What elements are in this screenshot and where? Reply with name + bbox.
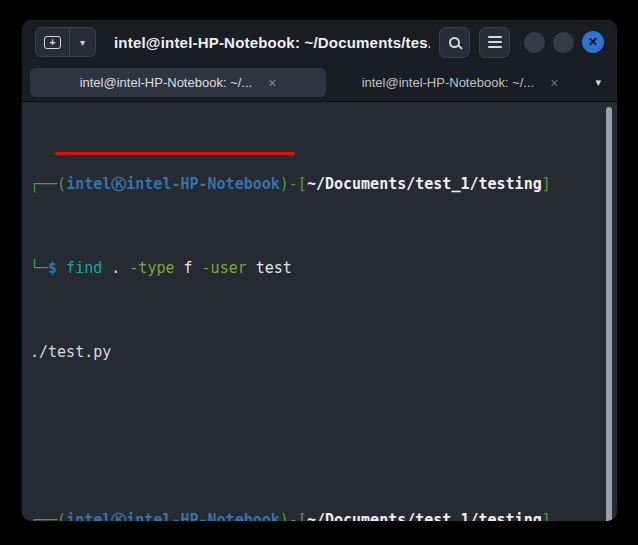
- option-type: -type: [129, 259, 174, 277]
- search-button[interactable]: [439, 27, 470, 58]
- cwd-path: ~/Documents/test_1/testing: [307, 175, 542, 193]
- new-tab-split-button: + ▾: [35, 27, 96, 57]
- titlebar: + ▾ intel@intel-HP-Notebook: ~/Documents…: [22, 20, 617, 64]
- close-icon: ✕: [588, 35, 598, 49]
- tab-bar: intel@intel-HP-Notebook: ~/... × intel@i…: [22, 64, 617, 102]
- menu-button[interactable]: [479, 27, 510, 58]
- command-line: └─$ find . -type f -user test: [30, 258, 603, 279]
- minimize-button[interactable]: [524, 32, 545, 53]
- search-icon: [449, 37, 460, 48]
- scrollbar-thumb[interactable]: [606, 107, 612, 521]
- maximize-button[interactable]: [553, 32, 574, 53]
- hamburger-menu-icon: [488, 36, 502, 48]
- red-annotation-underline: [55, 152, 295, 155]
- close-button[interactable]: ✕: [582, 31, 604, 53]
- prompt-line-2: ┌──(intelⓀintel-HP-Notebook)-[~/Document…: [30, 510, 603, 521]
- option-user: -user: [202, 259, 247, 277]
- new-tab-dropdown-button[interactable]: ▾: [70, 28, 95, 56]
- tab-list-dropdown[interactable]: ▾: [587, 76, 609, 89]
- window-controls: ✕: [524, 31, 604, 53]
- user-host: intelⓀintel-HP-Notebook: [66, 175, 280, 193]
- cwd-path: ~/Documents/test_1/testing: [307, 511, 542, 521]
- blank-line: [30, 426, 603, 447]
- new-tab-icon: +: [44, 36, 61, 49]
- window-title: intel@intel-HP-Notebook: ~/Documents/tes…: [96, 34, 430, 51]
- command-output: ./test.py: [30, 342, 603, 363]
- tab-close-icon[interactable]: ×: [550, 76, 558, 90]
- tab-terminal-1[interactable]: intel@intel-HP-Notebook: ~/... ×: [30, 68, 326, 97]
- user-host: intelⓀintel-HP-Notebook: [66, 511, 280, 521]
- terminal-window: + ▾ intel@intel-HP-Notebook: ~/Documents…: [22, 20, 617, 521]
- terminal-pane[interactable]: ┌──(intelⓀintel-HP-Notebook)-[~/Document…: [22, 102, 617, 521]
- new-tab-button[interactable]: +: [36, 28, 70, 56]
- prompt-line-1: ┌──(intelⓀintel-HP-Notebook)-[~/Document…: [30, 174, 603, 195]
- chevron-down-icon: ▾: [595, 76, 601, 88]
- chevron-down-icon: ▾: [80, 37, 85, 48]
- command-find: find: [57, 259, 102, 277]
- tab-label: intel@intel-HP-Notebook: ~/...: [362, 75, 535, 90]
- tab-label: intel@intel-HP-Notebook: ~/...: [80, 75, 253, 90]
- tab-terminal-2[interactable]: intel@intel-HP-Notebook: ~/... ×: [334, 68, 586, 97]
- tab-close-icon[interactable]: ×: [268, 76, 276, 90]
